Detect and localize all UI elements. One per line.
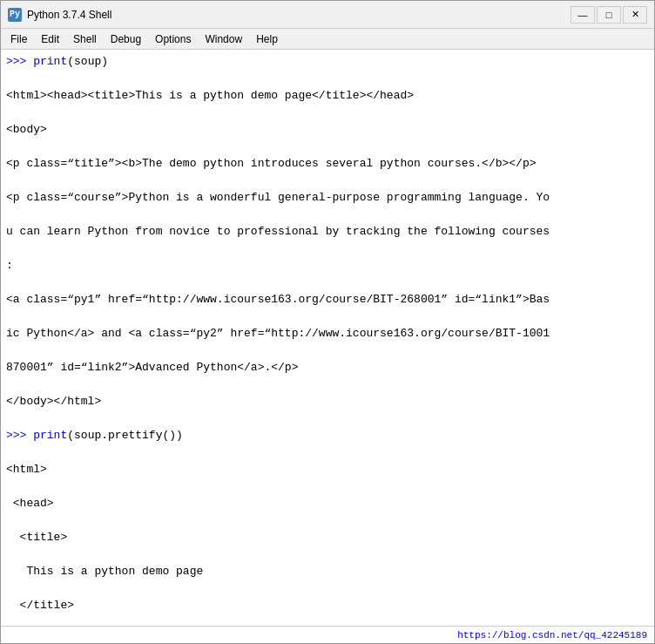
line-2: <html><head><title>This is a python demo… bbox=[6, 87, 649, 105]
content-area[interactable]: >>> print(soup) <html><head><title>This … bbox=[1, 50, 654, 626]
line-12: This is a python demo page bbox=[6, 563, 649, 580]
window-controls: — □ ✕ bbox=[571, 6, 647, 24]
line-5: <p class=“course”>Python is a wonderful … bbox=[6, 189, 649, 207]
line-13: </title> bbox=[6, 597, 649, 614]
menu-help[interactable]: Help bbox=[250, 31, 284, 48]
line-6b: ic Python</a> and <a class=“py2” href=“h… bbox=[6, 325, 649, 342]
line-6c: 870001” id=“link2”>Advanced Python</a>.<… bbox=[6, 359, 649, 376]
line-4: <p class=“title”><b>The demo python intr… bbox=[6, 155, 649, 173]
menu-shell[interactable]: Shell bbox=[67, 31, 103, 48]
line-8: >>> print(soup.prettify()) bbox=[6, 427, 649, 444]
menu-bar: File Edit Shell Debug Options Window Hel… bbox=[1, 29, 654, 50]
line-11: <title> bbox=[6, 529, 649, 546]
title-bar: Py Python 3.7.4 Shell — □ ✕ bbox=[1, 1, 654, 29]
line-1: >>> print(soup) bbox=[6, 53, 649, 71]
line-9: <html> bbox=[6, 461, 649, 478]
line-6: <a class=“py1” href=“http://www.icourse1… bbox=[6, 291, 649, 308]
shell-output[interactable]: >>> print(soup) <html><head><title>This … bbox=[1, 50, 654, 626]
menu-edit[interactable]: Edit bbox=[35, 31, 65, 48]
status-bar: https://blog.csdn.net/qq_42245189 bbox=[1, 626, 654, 643]
main-window: Py Python 3.7.4 Shell — □ ✕ File Edit Sh… bbox=[0, 0, 655, 644]
menu-options[interactable]: Options bbox=[149, 31, 197, 48]
minimize-button[interactable]: — bbox=[571, 6, 595, 24]
restore-button[interactable]: □ bbox=[597, 6, 621, 24]
window-title: Python 3.7.4 Shell bbox=[27, 9, 111, 21]
python-icon: Py bbox=[8, 8, 22, 22]
menu-file[interactable]: File bbox=[4, 31, 33, 48]
line-3: <body> bbox=[6, 121, 649, 139]
line-7: </body></html> bbox=[6, 393, 649, 410]
line-10: <head> bbox=[6, 495, 649, 512]
close-button[interactable]: ✕ bbox=[623, 6, 647, 24]
menu-debug[interactable]: Debug bbox=[105, 31, 147, 48]
menu-window[interactable]: Window bbox=[199, 31, 248, 48]
status-text: https://blog.csdn.net/qq_42245189 bbox=[457, 630, 647, 641]
line-5b: u can learn Python from novice to profes… bbox=[6, 223, 649, 241]
title-bar-left: Py Python 3.7.4 Shell bbox=[8, 8, 111, 22]
line-5c: : bbox=[6, 257, 649, 275]
